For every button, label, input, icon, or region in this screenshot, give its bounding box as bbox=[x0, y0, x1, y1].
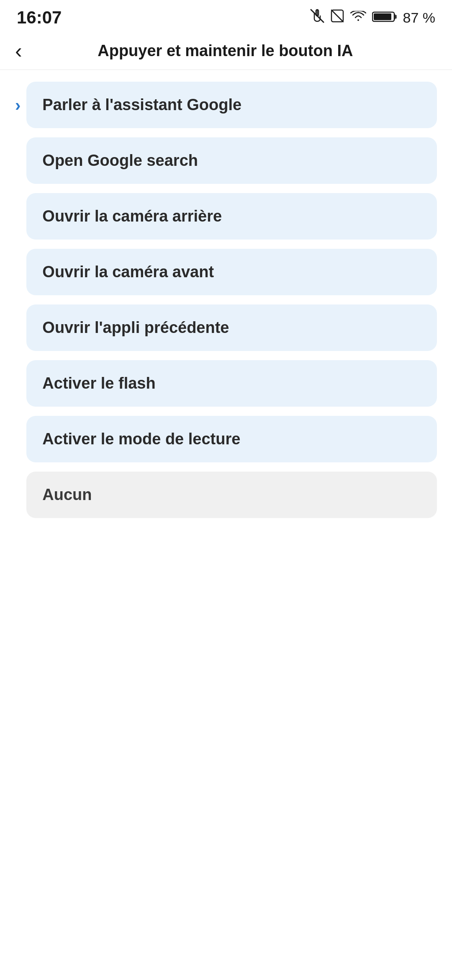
list-item-wrapper-google-search: › Open Google search bbox=[15, 137, 437, 184]
list-item-label: Ouvrir l'appli précédente bbox=[42, 319, 229, 337]
svg-line-3 bbox=[331, 10, 343, 22]
list-item-wrapper-none: › Aucun bbox=[15, 472, 437, 518]
list-item-label: Aucun bbox=[42, 486, 92, 504]
list-item-rear-camera[interactable]: Ouvrir la caméra arrière bbox=[26, 193, 437, 240]
page-title: Appuyer et maintenir le bouton IA bbox=[35, 42, 416, 60]
battery-percentage: 87 % bbox=[403, 10, 436, 26]
list-item-wrapper-reading-mode: › Activer le mode de lecture bbox=[15, 416, 437, 462]
list-item-reading-mode[interactable]: Activer le mode de lecture bbox=[26, 416, 437, 462]
list-item-wrapper-google-assistant: › Parler à l'assistant Google bbox=[15, 82, 437, 128]
list-item-wrapper-rear-camera: › Ouvrir la caméra arrière bbox=[15, 193, 437, 240]
list-item-label: Activer le flash bbox=[42, 374, 155, 392]
list-item-label: Activer le mode de lecture bbox=[42, 430, 240, 448]
header: ‹ Appuyer et maintenir le bouton IA bbox=[0, 32, 452, 70]
mute-icon bbox=[310, 9, 324, 26]
list-item-wrapper-front-camera: › Ouvrir la caméra avant bbox=[15, 249, 437, 295]
battery-icon bbox=[372, 10, 397, 25]
list-item-label: Ouvrir la caméra arrière bbox=[42, 207, 222, 225]
status-bar: 16:07 bbox=[0, 0, 452, 32]
list-item-google-assistant[interactable]: Parler à l'assistant Google bbox=[26, 82, 437, 128]
list-item-wrapper-prev-app: › Ouvrir l'appli précédente bbox=[15, 304, 437, 351]
list-item-wrapper-flash: › Activer le flash bbox=[15, 360, 437, 407]
wifi-icon bbox=[350, 10, 366, 26]
notification-icon bbox=[330, 9, 344, 26]
svg-rect-5 bbox=[374, 13, 391, 20]
list-item-none[interactable]: Aucun bbox=[26, 472, 437, 518]
list-item-label: Open Google search bbox=[42, 152, 198, 170]
selected-chevron-icon: › bbox=[15, 97, 21, 113]
list-item-prev-app[interactable]: Ouvrir l'appli précédente bbox=[26, 304, 437, 351]
content-area: › Parler à l'assistant Google › Open Goo… bbox=[0, 70, 452, 539]
list-item-label: Ouvrir la caméra avant bbox=[42, 263, 214, 281]
list-item-google-search[interactable]: Open Google search bbox=[26, 137, 437, 184]
list-item-flash[interactable]: Activer le flash bbox=[26, 360, 437, 407]
list-item-label: Parler à l'assistant Google bbox=[42, 96, 241, 114]
status-time: 16:07 bbox=[17, 8, 62, 28]
status-icons: 87 % bbox=[310, 9, 436, 26]
back-button[interactable]: ‹ bbox=[15, 40, 22, 61]
list-item-front-camera[interactable]: Ouvrir la caméra avant bbox=[26, 249, 437, 295]
